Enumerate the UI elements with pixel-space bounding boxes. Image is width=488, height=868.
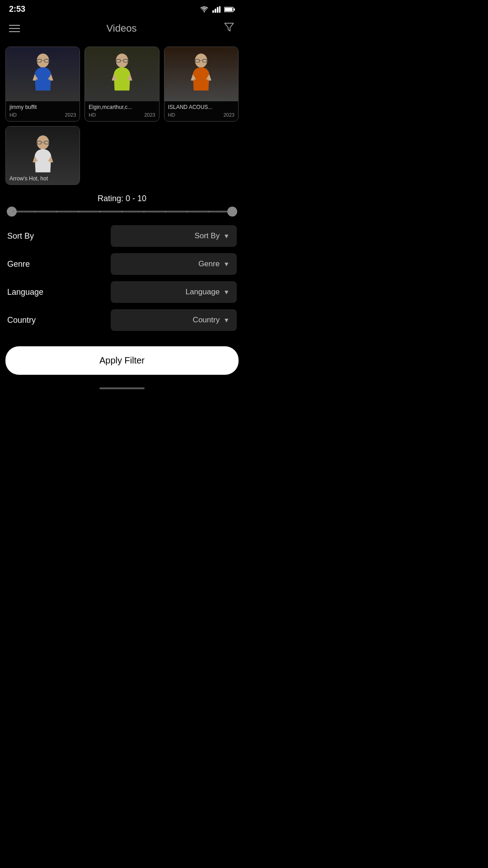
signal-icon — [212, 6, 221, 13]
person-figure-4 — [25, 133, 61, 179]
filter-section: Rating: 0 - 10 Sort By Sort By — [0, 185, 244, 331]
video-card-1[interactable]: jimmy buffit HD 2023 — [5, 47, 80, 122]
language-dropdown[interactable]: Language ▼ — [111, 281, 237, 303]
home-indicator — [0, 384, 244, 393]
person-figure-3 — [183, 52, 219, 97]
video-meta-2: HD 2023 — [89, 112, 155, 118]
video-title-2: Elgin,mcarthur,c... — [89, 104, 155, 110]
page-title: Videos — [107, 23, 137, 34]
svg-rect-3 — [217, 7, 219, 13]
video-year-1: 2023 — [65, 112, 76, 118]
rating-slider[interactable] — [7, 211, 237, 212]
video-info-2: Elgin,mcarthur,c... HD 2023 — [85, 101, 159, 121]
sort-by-value: Sort By — [194, 231, 220, 241]
svg-rect-4 — [219, 6, 221, 12]
slider-ticks — [12, 211, 232, 212]
sort-by-label: Sort By — [7, 231, 111, 241]
status-bar: 2:53 — [0, 0, 244, 17]
svg-rect-7 — [225, 8, 232, 11]
home-bar — [99, 387, 145, 389]
rating-label: Rating: 0 - 10 — [7, 194, 237, 203]
video-quality-2: HD — [89, 112, 96, 118]
video-year-2: 2023 — [144, 112, 155, 118]
video-card-3[interactable]: ISLAND ACOUS... HD 2023 — [164, 47, 239, 122]
video-title-4: Arrow's Hot, hot — [9, 175, 48, 182]
video-grid: jimmy buffit HD 2023 Elgin,mcarthur,c... — [0, 42, 244, 122]
video-grid-row2: Arrow's Hot, hot — [0, 122, 244, 185]
language-arrow-icon: ▼ — [223, 288, 230, 296]
top-bar: Videos — [0, 17, 244, 42]
country-row: Country Country ▼ — [7, 309, 237, 331]
video-quality-3: HD — [168, 112, 175, 118]
hamburger-menu-button[interactable] — [9, 25, 20, 32]
video-card-4[interactable]: Arrow's Hot, hot — [5, 126, 80, 185]
video-thumbnail-2 — [85, 47, 159, 101]
svg-rect-1 — [212, 10, 214, 12]
country-label: Country — [7, 316, 111, 325]
sort-by-row: Sort By Sort By ▼ — [7, 225, 237, 247]
svg-marker-8 — [225, 23, 234, 31]
battery-icon — [224, 6, 235, 13]
video-meta-3: HD 2023 — [168, 112, 235, 118]
video-thumbnail-3 — [164, 47, 238, 101]
video-info-3: ISLAND ACOUS... HD 2023 — [164, 101, 238, 121]
person-figure-1 — [25, 52, 61, 97]
apply-filter-button[interactable]: Apply Filter — [5, 346, 239, 375]
person-figure-2 — [104, 52, 140, 97]
video-thumbnail-1 — [6, 47, 80, 101]
language-row: Language Language ▼ — [7, 281, 237, 303]
country-dropdown[interactable]: Country ▼ — [111, 309, 237, 331]
time-display: 2:53 — [9, 5, 25, 14]
genre-row: Genre Genre ▼ — [7, 253, 237, 275]
svg-point-0 — [204, 11, 205, 12]
video-quality-1: HD — [9, 112, 17, 118]
video-title-3: ISLAND ACOUS... — [168, 104, 235, 110]
video-year-3: 2023 — [224, 112, 235, 118]
genre-value: Genre — [198, 259, 220, 269]
sort-by-dropdown[interactable]: Sort By ▼ — [111, 225, 237, 247]
status-icons — [200, 6, 235, 13]
genre-arrow-icon: ▼ — [223, 260, 230, 268]
svg-rect-6 — [234, 8, 235, 10]
language-label: Language — [7, 288, 111, 297]
sort-by-arrow-icon: ▼ — [223, 232, 230, 240]
video-title-1: jimmy buffit — [9, 104, 76, 110]
filter-button[interactable] — [223, 21, 235, 36]
genre-dropdown[interactable]: Genre ▼ — [111, 253, 237, 275]
video-card-2[interactable]: Elgin,mcarthur,c... HD 2023 — [84, 47, 159, 122]
language-value: Language — [186, 288, 220, 297]
country-arrow-icon: ▼ — [223, 316, 230, 324]
video-meta-1: HD 2023 — [9, 112, 76, 118]
svg-rect-2 — [215, 9, 216, 13]
video-info-1: jimmy buffit HD 2023 — [6, 101, 80, 121]
genre-label: Genre — [7, 259, 111, 269]
wifi-icon — [200, 6, 209, 13]
slider-handle-right[interactable] — [227, 207, 237, 217]
country-value: Country — [193, 316, 220, 325]
